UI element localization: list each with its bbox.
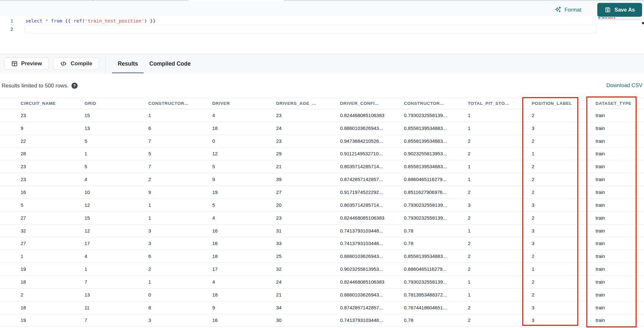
- table-cell: 23: [21, 177, 84, 182]
- table-cell: 39: [276, 177, 340, 182]
- minimap-code-segment: [614, 17, 615, 18]
- table-cell: 19: [21, 266, 84, 272]
- table-row: 181189340.8742857142857...0.767441860465…: [0, 301, 644, 314]
- code-token-keyword: from: [51, 18, 62, 23]
- table-cell: 32: [21, 228, 84, 233]
- table-cell: 30: [276, 317, 340, 323]
- sparkles-icon: [554, 6, 562, 13]
- table-cell: 13: [84, 125, 148, 131]
- table-cell: 0.8860103626943...: [340, 253, 404, 259]
- table-cell: 33: [276, 241, 340, 246]
- table-cell: 5: [21, 202, 84, 208]
- table-cell: 0.8860103626943...: [340, 292, 404, 297]
- table-cell: 16: [212, 241, 276, 246]
- code-token-operator: *: [45, 18, 48, 23]
- table-cell: 5: [212, 202, 276, 208]
- table-cell: 9: [212, 177, 276, 182]
- table-row: 271514230.8244680851063830.7930232558139…: [0, 212, 644, 224]
- editor-action-bar: [0, 1, 644, 16]
- minimap-code-segment: [605, 17, 607, 18]
- table-row: 231514230.8244680851063830.7930232558139…: [0, 109, 644, 122]
- table-cell: 0.824468085106383: [340, 215, 404, 221]
- table-cell: 15: [84, 215, 148, 221]
- minimap-code-segment: [598, 17, 600, 18]
- table-cell: 0: [148, 292, 212, 297]
- minimap-code-line: [598, 17, 615, 18]
- table-cell: 18: [21, 279, 84, 285]
- table-header-row: CIRCUIT_NAMEGRIDCONSTRUCTOR...DRIVERDRIV…: [0, 98, 644, 109]
- table-cell: 0.7930232558139...: [404, 202, 468, 208]
- line-number-1: 1: [0, 17, 13, 25]
- table-cell: 32: [276, 266, 340, 272]
- active-line-highlight[interactable]: [25, 25, 597, 33]
- table-cell: 0.9023255813953...: [340, 266, 404, 272]
- column-header-drivers-age: DRIVERS_AGE_...: [276, 101, 340, 106]
- table-cell: 0: [212, 138, 276, 144]
- table-cell: train: [596, 241, 644, 246]
- table-cell: 5: [148, 151, 212, 156]
- table-cell: 3: [148, 228, 212, 233]
- table-cell: 0.9023255813953...: [404, 151, 468, 156]
- table-cell: 15: [84, 113, 148, 118]
- tab-results[interactable]: Results: [112, 54, 144, 73]
- table-cell: 1: [21, 253, 84, 259]
- table-cell: 2: [532, 253, 595, 259]
- format-button[interactable]: Format: [554, 4, 581, 15]
- table-cell: 5: [212, 164, 276, 169]
- table-cell: 23: [21, 164, 84, 169]
- table-cell: 0.9473684210526...: [340, 138, 404, 144]
- table-cell: 0.8035714285714...: [340, 164, 404, 169]
- table-cell: 0.8860103626943...: [340, 125, 404, 131]
- table-cell: train: [596, 164, 644, 169]
- table-cell: 17: [84, 241, 148, 246]
- code-line-1[interactable]: select * from {{ ref('train_test_positio…: [25, 17, 156, 25]
- table-cell: 28: [21, 151, 84, 156]
- table-cell: 22: [21, 138, 84, 144]
- table-cell: 7: [148, 164, 212, 169]
- table-cell: 7: [84, 279, 148, 285]
- table-cell: 18: [212, 125, 276, 131]
- table-cell: 11: [84, 305, 148, 310]
- table-cell: 0.8742857142857...: [340, 177, 404, 182]
- table-cell: 2: [468, 241, 532, 246]
- compile-button[interactable]: Compile: [53, 57, 99, 70]
- table-cell: 1: [148, 202, 212, 208]
- table-row: 3212316310.7413793103448...0.7813train: [0, 224, 644, 237]
- code-icon: [60, 60, 67, 67]
- code-token-punct: {{: [62, 18, 73, 23]
- results-toolbar: Preview Compile Results Compiled Code: [0, 54, 644, 73]
- table-cell: train: [596, 202, 644, 208]
- table-row: 213018210.8860103626943...0.781395348837…: [0, 288, 644, 301]
- table-cell: 1: [532, 151, 595, 156]
- table-cell: 3: [468, 202, 532, 208]
- table-cell: 2: [532, 279, 595, 285]
- tab-compiled-code[interactable]: Compiled Code: [146, 54, 194, 73]
- table-cell: 0.7930232558139...: [404, 279, 468, 285]
- minimap-slider[interactable]: [642, 22, 644, 24]
- table-cell: 0.8035714285714...: [340, 202, 404, 208]
- table-cell: 12: [84, 202, 148, 208]
- column-header-constructor: CONSTRUCTOR...: [404, 101, 468, 106]
- table-cell: 12: [212, 151, 276, 156]
- table-cell: 13: [84, 292, 148, 297]
- table-cell: train: [596, 151, 644, 156]
- table-cell: 1: [468, 292, 532, 297]
- preview-button[interactable]: Preview: [4, 57, 49, 70]
- line-number-2: 2: [0, 25, 13, 33]
- editor-minimap[interactable]: [598, 16, 644, 54]
- results-limit-note-row: Results limited to 500 rows. ?: [2, 82, 78, 89]
- table-cell: 23: [276, 138, 340, 144]
- table-cell: 3: [532, 241, 595, 246]
- table-cell: 0.78: [404, 317, 468, 323]
- column-header-driver: DRIVER: [212, 101, 276, 106]
- table-cell: 17: [212, 266, 276, 272]
- table-cell: train: [596, 113, 644, 118]
- table-cell: 19: [21, 317, 84, 323]
- help-icon[interactable]: ?: [71, 83, 78, 89]
- save-as-button[interactable]: Save As: [597, 3, 642, 17]
- table-cell: train: [596, 138, 644, 144]
- table-cell: 0.8511627906976...: [404, 189, 468, 195]
- download-csv-link[interactable]: Download CSV: [604, 82, 642, 88]
- table-cell: 6: [148, 253, 212, 259]
- table-cell: 12: [84, 228, 148, 233]
